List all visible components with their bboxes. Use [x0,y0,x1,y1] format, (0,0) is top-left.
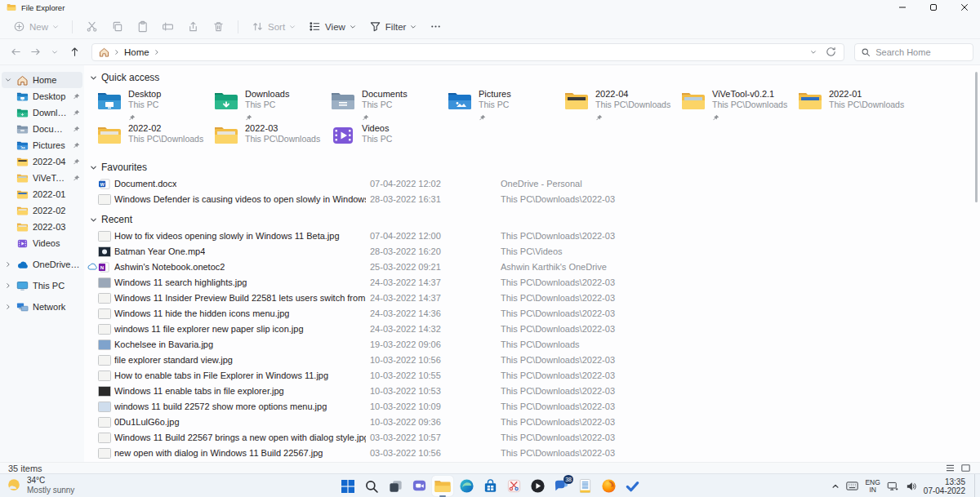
sidebar-item-videos[interactable]: Videos [2,235,82,251]
notes-taskbar-icon[interactable] [574,476,595,496]
file-row-kochelsee-in-bavaria-jpg[interactable]: Kochelsee in Bavaria.jpg19-03-2022 09:06… [96,338,978,353]
task-view-taskbar-icon[interactable] [385,476,406,496]
touch-keyboard-icon[interactable] [846,481,858,490]
search-input[interactable] [875,47,967,57]
file-row-batman-year-one-mp4[interactable]: Batman Year One.mp428-03-2022 16:20This … [96,245,978,260]
close-button[interactable] [949,0,980,15]
quick-access-tile-videos[interactable]: VideosThis PC [330,122,447,154]
filter-button[interactable]: Filter [363,17,424,36]
copy-button[interactable] [105,17,130,36]
teams-chat-taskbar-icon[interactable]: 38 [550,476,572,496]
file-explorer-taskbar-icon[interactable] [432,476,453,496]
chevron-right-icon[interactable] [4,304,12,310]
file-row-windows-defender-is-causing-videos-to-op[interactable]: Windows Defender is causing videos to op… [96,193,978,208]
tile-label: 2022-04 [595,89,670,100]
chat-taskbar-icon[interactable] [408,476,430,496]
weather-widget[interactable]: 34°C Mostly sunny [6,476,74,495]
search-box[interactable] [854,43,973,61]
edge-taskbar-icon[interactable] [456,476,477,496]
volume-icon[interactable] [906,481,917,491]
back-button[interactable] [7,43,24,61]
file-row-windows-11-hide-the-hidden-icons-menu-jp[interactable]: Windows 11 hide the hidden icons menu.jp… [96,307,978,322]
sidebar-item-network[interactable]: Network [2,299,82,315]
media-player-taskbar-icon[interactable] [527,476,548,496]
section-header-favourites[interactable]: Favourites [90,160,980,175]
new-button[interactable]: New [7,17,65,36]
quick-access-tile-downloads[interactable]: DownloadsThis PC [213,87,330,120]
todo-check-taskbar-icon[interactable] [621,476,643,496]
section-header-quick-access[interactable]: Quick access [90,70,980,85]
address-bar[interactable]: Home [91,43,844,61]
sort-button[interactable]: Sort [245,17,302,36]
file-row-how-to-enable-tabs-in-file-explorer-in-w[interactable]: How to enable tabs in File Explorer in W… [96,369,978,384]
paste-button[interactable] [130,17,155,36]
sidebar-item-2022-03[interactable]: 2022-03 [2,219,82,235]
network-icon[interactable] [887,481,899,491]
firefox-taskbar-icon[interactable] [598,476,619,496]
chevron-right-icon[interactable] [4,282,12,289]
rename-button[interactable] [155,17,180,36]
file-row-document-docx[interactable]: WDocument.docx07-04-2022 12:02OneDrive -… [96,177,978,193]
up-button[interactable] [65,43,83,61]
minimize-button[interactable] [887,0,918,15]
quick-access-tile-2022-02[interactable]: 2022-02This PC\Downloads [96,122,213,154]
address-chevron-down-icon[interactable] [810,49,817,55]
file-row-windows-11-enable-tabs-in-file-explorer-[interactable]: Windows 11 enable tabs in file explorer.… [96,384,978,400]
sidebar-item-pictures[interactable]: Pictures [2,137,82,153]
sidebar-item-downloads[interactable]: Downloads [2,104,82,121]
quick-access-tile-2022-03[interactable]: 2022-03This PC\Downloads [213,122,330,154]
snipping-tool-taskbar-icon[interactable] [503,476,524,496]
store-taskbar-icon[interactable] [479,476,501,496]
clock[interactable]: 13:35 07-04-2022 [924,477,965,495]
quick-access-tile-desktop[interactable]: DesktopThis PC [96,87,213,120]
file-row-windows-11-search-highlights-jpg[interactable]: Windows 11 search highlights.jpg24-03-20… [96,276,978,291]
sidebar-item-documents[interactable]: Documents [2,121,82,137]
show-desktop-button[interactable] [974,474,977,497]
search-taskbar-icon[interactable] [361,476,382,496]
sidebar-item-vivetool-v0-2-1[interactable]: ViVeTool-v0.2.1 [2,170,82,186]
file-row-how-to-fix-videos-opening-slowly-in-wind[interactable]: How to fix videos opening slowly in Wind… [96,229,978,245]
cut-button[interactable] [79,17,105,36]
start-taskbar-icon[interactable] [337,476,359,496]
file-row-ashwin-s-notebook-onetoc2[interactable]: NAshwin's Notebook.onetoc225-03-2022 09:… [96,260,978,276]
quick-access-tile-vivetool-v0-2-1[interactable]: ViVeTool-v0.2.1This PC\Downloads [680,87,797,120]
quick-access-tile-pictures[interactable]: PicturesThis PC [447,87,564,120]
file-row-new-open-with-dialog-in-windows-11-build[interactable]: new open with dialog in Windows 11 Build… [96,446,978,462]
recent-locations-button[interactable] [46,43,64,61]
sidebar-item-home[interactable]: Home [2,72,82,88]
sidebar-item-2022-01[interactable]: 2022-01 [2,186,82,202]
quick-access-tile-2022-01[interactable]: 2022-01This PC\Downloads [797,87,914,120]
chevron-right-icon[interactable] [4,261,12,268]
view-button[interactable]: View [302,17,363,36]
language-indicator[interactable]: ENG IN [865,479,880,494]
share-button[interactable] [180,17,206,36]
breadcrumb-segment-home[interactable]: Home [124,47,149,57]
section-header-recent[interactable]: Recent [90,212,980,227]
chevron-down-icon[interactable] [4,77,12,83]
tray-chevron-up-icon[interactable] [831,482,840,490]
sidebar-item-2022-04[interactable]: 2022-04 [2,153,82,170]
vertical-scrollbar-thumb[interactable] [975,72,978,202]
sidebar-item-2022-02[interactable]: 2022-02 [2,202,82,219]
file-row-file-explorer-standard-view-jpg[interactable]: file explorer standard view.jpg10-03-202… [96,353,978,369]
large-icons-view-button[interactable] [961,464,970,472]
file-row-windows-11-insider-preview-build-22581-l[interactable]: Windows 11 Insider Preview Build 22581 l… [96,291,978,307]
sidebar-item-onedrive-personal[interactable]: OneDrive - Personal [2,256,82,273]
sidebar-item-this-pc[interactable]: This PC [2,277,82,294]
forward-button[interactable] [26,43,44,61]
delete-button[interactable] [206,17,231,36]
file-row-windows-11-build-22572-show-more-options[interactable]: windows 11 build 22572 show more options… [96,400,978,415]
file-row-0du1lulg6o-jpg[interactable]: 0Du1LulG6o.jpg10-03-2022 09:36This PC\Do… [96,415,978,431]
maximize-button[interactable] [918,0,949,15]
file-row-windows-11-build-22567-brings-a-new-open[interactable]: Windows 11 Build 22567 brings a new open… [96,431,978,446]
quick-access-tile-documents[interactable]: DocumentsThis PC [330,87,447,120]
onedrive-icon [16,260,29,270]
tile-location: This PC\Downloads [829,100,904,109]
sidebar-item-desktop[interactable]: Desktop [2,88,82,104]
file-row-windows-11-file-explorer-new-paper-slip-[interactable]: windows 11 file explorer new paper slip … [96,322,978,338]
folder-strip-icon [16,206,29,216]
details-view-button[interactable] [946,464,955,472]
quick-access-tile-2022-04[interactable]: 2022-04This PC\Downloads [564,87,680,120]
refresh-icon[interactable] [825,46,837,58]
more-button[interactable] [423,17,448,36]
